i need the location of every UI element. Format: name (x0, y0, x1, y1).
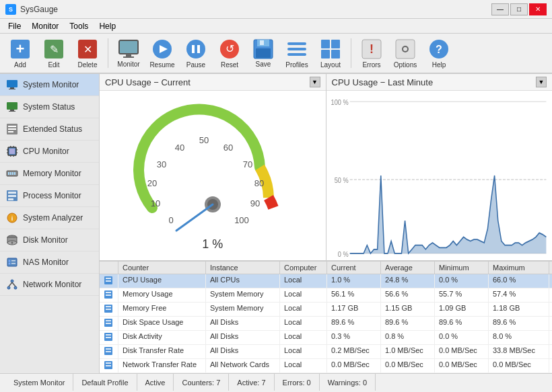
header-minimum: Minimum (435, 262, 489, 274)
header-counter: Counter (118, 262, 206, 274)
svg-rect-45 (9, 149, 15, 154)
sidebar-item-system-analyzer[interactable]: i System Analyzer (0, 207, 99, 229)
sidebar-label-memory-monitor: Memory Monitor (23, 169, 81, 178)
menu-tools[interactable]: Tools (64, 20, 94, 32)
errors-button[interactable]: ! Errors (355, 36, 388, 71)
svg-line-78 (12, 282, 15, 286)
status-counters: Counters: 7 (174, 374, 229, 391)
left-chart-title: CPU Usage − Current (105, 77, 191, 87)
table-row[interactable]: Memory Free System Memory Local 1.17 GB … (100, 303, 552, 317)
svg-text:50 %: 50 % (334, 176, 348, 184)
svg-text:↺: ↺ (226, 43, 234, 54)
add-button[interactable]: + Add (4, 36, 36, 71)
svg-rect-18 (260, 40, 264, 45)
svg-rect-56 (10, 172, 11, 175)
cell-counter: Memory Free (118, 303, 206, 316)
cell-minimum: 0.0 MB/Sec (435, 359, 489, 373)
sidebar-item-nas-monitor[interactable]: NAS Monitor (0, 251, 99, 274)
svg-rect-55 (8, 172, 9, 175)
sidebar-item-extended-status[interactable]: Extended Status (0, 118, 99, 141)
line-chart-svg: 100 % 50 % 0 % (329, 93, 550, 258)
sidebar: System Monitor System Status Extended St… (0, 74, 100, 373)
svg-rect-43 (8, 131, 13, 132)
pause-button[interactable]: Pause (180, 36, 212, 71)
svg-rect-24 (331, 40, 340, 48)
svg-rect-20 (287, 42, 306, 45)
table-row[interactable]: Memory Usage System Memory Local 56.1 % … (100, 288, 552, 303)
sidebar-item-process-monitor[interactable]: Process Monitor (0, 185, 99, 207)
menu-help[interactable]: Help (94, 20, 121, 32)
svg-rect-61 (8, 195, 16, 197)
reset-button[interactable]: ↺ Reset (213, 36, 246, 71)
svg-rect-105 (106, 292, 111, 293)
table-row[interactable]: Disk Space Usage All Disks Local 89.6 % … (100, 317, 552, 331)
table-row[interactable]: Network Transfer Rate All Network Cards … (100, 359, 552, 373)
svg-rect-103 (106, 280, 111, 282)
layout-button[interactable]: Layout (314, 36, 347, 71)
help-button[interactable]: ? Help (423, 36, 455, 71)
sidebar-item-memory-monitor[interactable]: Memory Monitor (0, 163, 99, 185)
monitor-button[interactable]: Monitor (112, 36, 145, 71)
gauge-svg: 0 10 20 30 40 50 60 70 (118, 100, 307, 235)
sidebar-item-network-monitor[interactable]: Network Monitor (0, 274, 99, 296)
svg-rect-93 (329, 93, 550, 258)
cpu-line-chart-panel: CPU Usage − Last Minute ▼ 100 % 50 % (326, 74, 553, 260)
right-chart-dropdown[interactable]: ▼ (536, 77, 547, 87)
cell-computer: Local (280, 359, 327, 373)
sidebar-label-disk-monitor: Disk Monitor (23, 235, 68, 245)
status-monitor: System Monitor (5, 374, 73, 391)
svg-rect-25 (321, 50, 330, 58)
delete-button[interactable]: ✕ Delete (71, 36, 104, 71)
svg-point-31 (403, 47, 407, 51)
sidebar-item-cpu-monitor[interactable]: CPU Monitor (0, 141, 99, 163)
minimize-button[interactable]: — (491, 3, 509, 15)
status-warnings: Warnings: 0 (320, 374, 376, 391)
svg-point-74 (11, 280, 13, 282)
status-profile: Default Profile (73, 374, 137, 391)
sidebar-label-process-monitor: Process Monitor (23, 191, 81, 200)
menu-monitor[interactable]: Monitor (26, 20, 64, 32)
title-bar: S SysGauge — □ ✕ (0, 0, 552, 19)
svg-rect-46 (7, 149, 8, 151)
profiles-label: Profiles (285, 61, 308, 69)
profiles-button[interactable]: Profiles (281, 36, 313, 71)
svg-rect-62 (8, 198, 13, 200)
resume-button[interactable]: Resume (146, 36, 178, 71)
cell-counter: Disk Space Usage (118, 317, 206, 330)
sidebar-item-system-monitor[interactable]: System Monitor (0, 74, 99, 96)
svg-text:50: 50 (199, 135, 209, 145)
row-icon (100, 345, 118, 358)
table-row[interactable]: Disk Activity All Disks Local 0.3 % 0.8 … (100, 331, 552, 345)
maximize-button[interactable]: □ (510, 3, 528, 15)
svg-rect-42 (8, 128, 16, 130)
cell-computer: Local (280, 274, 327, 288)
svg-rect-114 (106, 334, 111, 336)
cell-average: 0.0 MB/Sec (381, 359, 435, 373)
options-button[interactable]: Options (389, 36, 421, 71)
save-button[interactable]: Save (247, 36, 279, 71)
pause-icon (185, 38, 207, 60)
svg-rect-108 (106, 306, 111, 307)
sidebar-item-system-status[interactable]: System Status (0, 96, 99, 118)
sidebar-item-disk-monitor[interactable]: Disk Monitor (0, 229, 99, 251)
network-monitor-icon (5, 278, 19, 291)
window-controls[interactable]: — □ ✕ (491, 3, 547, 15)
cell-instance: All Disks (206, 331, 280, 344)
svg-rect-37 (7, 102, 18, 110)
svg-rect-58 (14, 172, 15, 175)
left-chart-dropdown[interactable]: ▼ (310, 77, 320, 87)
toolbar: + Add ✎ Edit ✕ Delete Monitor Resume Pau (0, 34, 552, 74)
cpu-gauge-panel: CPU Usage − Current ▼ (100, 74, 326, 260)
table-row[interactable]: CPU Usage All CPUs Local 1.0 % 24.8 % 0.… (100, 274, 552, 288)
content-area: CPU Usage − Current ▼ (100, 74, 552, 373)
right-chart-title: CPU Usage − Last Minute (332, 77, 434, 87)
cell-maximum: 33.8 MB/Sec (489, 345, 549, 358)
svg-rect-51 (13, 146, 15, 147)
close-button[interactable]: ✕ (529, 3, 547, 15)
menu-file[interactable]: File (3, 20, 26, 32)
menu-bar: File Monitor Tools Help (0, 19, 552, 34)
edit-button[interactable]: ✎ Edit (38, 36, 70, 71)
cell-instance: System Memory (206, 288, 280, 302)
table-row[interactable]: Disk Transfer Rate All Disks Local 0.2 M… (100, 345, 552, 359)
cell-minimum: 89.6 % (435, 317, 489, 330)
